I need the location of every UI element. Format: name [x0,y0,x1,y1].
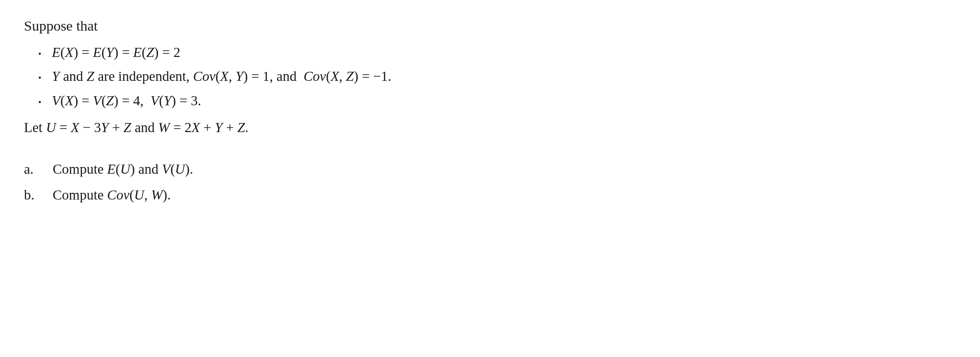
question-a-label: a. [24,158,53,180]
question-a-text: Compute E(U) and V(U). [53,158,193,180]
bullet-item-2: • Y and Z are independent, Cov(X, Y) = 1… [24,65,391,87]
bullet-text-1: E(X) = E(Y) = E(Z) = 2 [52,41,180,63]
bullet-list: • E(X) = E(Y) = E(Z) = 2 • Y and Z are i… [24,41,391,112]
bullet-dot-3: • [38,96,41,110]
question-b-text: Compute Cov(U, W). [53,184,171,206]
intro-line: Suppose that [24,14,391,37]
bullet-dot-2: • [38,71,41,85]
questions-section: a. Compute E(U) and V(U). b. Compute Cov… [24,158,391,206]
bullet-dot-1: • [38,47,41,61]
intro-text: Suppose that [24,18,98,33]
bullet-text-3: V(X) = V(Z) = 4, V(Y) = 3. [52,89,201,112]
bullet-text-2: Y and Z are independent, Cov(X, Y) = 1, … [52,65,391,87]
question-b: b. Compute Cov(U, W). [24,184,391,206]
let-line: Let U = X − 3Y + Z and W = 2X + Y + Z. [24,116,391,138]
bullet-item-3: • V(X) = V(Z) = 4, V(Y) = 3. [24,89,391,112]
main-content: Suppose that • E(X) = E(Y) = E(Z) = 2 • … [24,14,391,210]
bullet-item-1: • E(X) = E(Y) = E(Z) = 2 [24,41,391,63]
question-b-label: b. [24,184,53,206]
question-a: a. Compute E(U) and V(U). [24,158,391,180]
